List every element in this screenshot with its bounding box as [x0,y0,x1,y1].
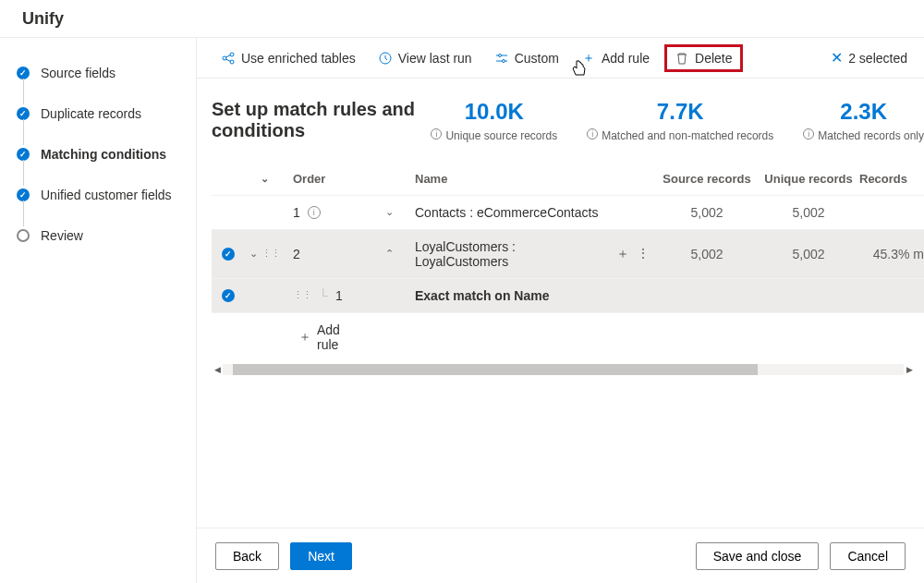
step-label: Source fields [41,66,116,80]
add-rule-row: ＋ Add rule [212,312,924,361]
add-rule-inline-button[interactable]: ＋ Add rule [298,322,365,352]
chevron-up-icon[interactable]: ⌃ [385,248,394,260]
chevron-down-icon[interactable]: ⌄ [261,173,269,185]
svg-point-1 [230,53,234,56]
step-label: Duplicate records [41,106,141,121]
scroll-left-icon[interactable]: ◀ [212,365,223,374]
row-name: LoyalCustomers : LoyalCustomers [411,239,610,269]
svg-line-4 [226,59,231,62]
col-name[interactable]: Name [411,172,610,186]
svg-point-2 [230,60,234,64]
back-button[interactable]: Back [215,542,279,570]
delete-button[interactable]: Delete [664,44,742,72]
info-icon[interactable]: i [308,206,321,219]
checkmark-icon [17,107,30,120]
horizontal-scrollbar[interactable]: ◀ ▶ [212,363,915,376]
page-title: Set up match rules and conditions [212,99,431,141]
stat-matched-only: 2.3K iMatched records only [803,99,924,144]
save-and-close-button[interactable]: Save and close [696,542,820,570]
trash-icon [675,51,689,66]
view-last-run-button[interactable]: View last run [371,47,480,69]
circle-icon [17,229,30,242]
table-row[interactable]: 1i ⌄ Contacts : eCommerceContacts 5,002 … [212,195,924,229]
custom-button[interactable]: Custom [487,47,566,69]
plus-icon: ＋ [298,329,311,346]
col-order[interactable]: Order [284,172,367,186]
selection-count[interactable]: ✕ 2 selected [831,49,907,67]
drag-handle-icon[interactable]: ⋮⋮ [261,248,280,260]
close-icon[interactable]: ✕ [831,49,843,67]
stat-unique-source: 10.0K iUnique source records [431,99,557,144]
step-label: Unified customer fields [41,188,172,202]
col-source[interactable]: Source records [656,172,758,186]
share-icon [221,51,236,66]
footer: Back Next Save and close Cancel [197,528,924,583]
row-name: Contacts : eCommerceContacts [411,205,610,220]
step-source-fields[interactable]: Source fields [17,66,196,80]
checkmark-icon [17,67,30,79]
subrule-name: Exact match on Name [411,288,610,303]
wizard-sidebar: Source fields Duplicate records Matching… [0,38,197,583]
more-icon[interactable]: ⋮ [637,246,650,262]
rules-table: ⌄ Order Name Source records Unique recor… [212,163,924,361]
svg-line-3 [226,55,231,57]
table-row[interactable]: ⌄⋮⋮ 2 ⌃ LoyalCustomers : LoyalCustomers … [212,229,924,278]
checkmark-icon [17,148,30,161]
stat-matched: 7.7K iMatched and non-matched records [587,99,773,144]
app-header: Unify [0,0,924,38]
col-unique[interactable]: Unique records [758,172,859,186]
app-title: Unify [22,9,64,29]
history-icon [378,51,393,66]
step-review[interactable]: Review [17,228,196,243]
col-matched[interactable]: Records [859,172,924,186]
checkmark-icon [17,188,30,201]
checkmark-icon[interactable] [222,248,235,261]
step-label: Review [41,228,83,243]
scroll-right-icon[interactable]: ▶ [904,365,915,374]
checkmark-icon[interactable] [222,289,235,302]
use-enriched-tables-button[interactable]: Use enriched tables [213,47,363,69]
next-button[interactable]: Next [290,542,352,570]
cancel-button[interactable]: Cancel [830,542,906,570]
step-matching-conditions[interactable]: Matching conditions [17,147,196,162]
plus-icon: ＋ [581,51,596,66]
info-icon[interactable]: i [587,128,598,140]
svg-point-8 [498,54,501,56]
info-icon[interactable]: i [431,128,442,140]
step-unified-customer-fields[interactable]: Unified customer fields [17,188,196,202]
plus-icon[interactable]: ＋ [616,246,629,262]
add-rule-button[interactable]: ＋ Add rule [574,47,657,69]
step-label: Matching conditions [41,147,166,162]
table-row-subrule[interactable]: ⋮⋮└1 Exact match on Name [212,278,924,312]
step-duplicate-records[interactable]: Duplicate records [17,106,196,121]
drag-handle-icon[interactable]: ⋮⋮ [293,289,311,301]
info-icon[interactable]: i [803,128,814,140]
chevron-down-icon[interactable]: ⌄ [249,248,258,260]
table-header: ⌄ Order Name Source records Unique recor… [212,163,924,195]
toolbar: Use enriched tables View last run Custom… [197,38,924,79]
sliders-icon [494,51,509,66]
svg-point-9 [502,59,505,62]
chevron-down-icon[interactable]: ⌄ [385,206,394,218]
